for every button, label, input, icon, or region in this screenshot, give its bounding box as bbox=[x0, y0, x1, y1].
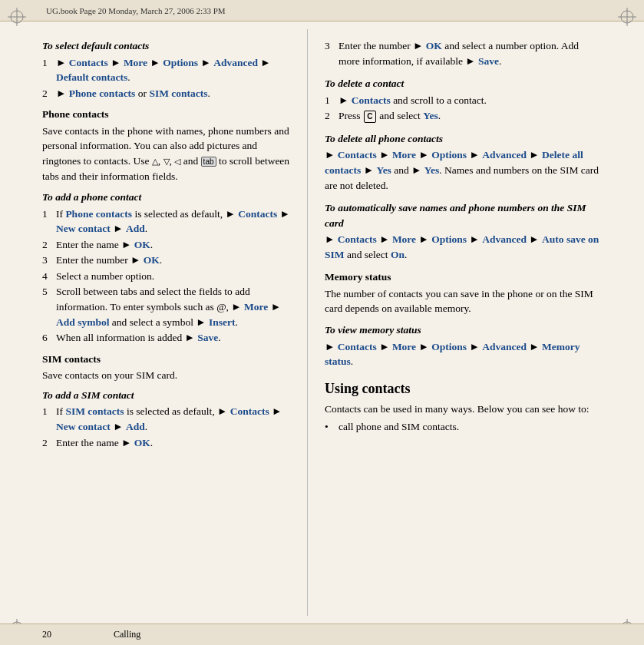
memory-status-heading: Memory status bbox=[325, 270, 600, 285]
c-key-icon: C bbox=[364, 111, 376, 123]
select-step-1: 1 ► Contacts ► More ► Options ► Advanced… bbox=[42, 55, 293, 85]
add-phone-step-2: 2 Enter the name ► OK. bbox=[42, 237, 293, 253]
auto-save-body: ► Contacts ► More ► Options ► Advanced ►… bbox=[325, 232, 600, 262]
delete-contact-heading: To delete a contact bbox=[325, 76, 600, 91]
select-step-2: 2 ► Phone contacts or SIM contacts. bbox=[42, 86, 293, 101]
auto-save-heading: To automatically save names and phone nu… bbox=[325, 200, 600, 230]
add-sim-step-2: 2 Enter the name ► OK. bbox=[42, 435, 293, 451]
delete-all-body: ► Contacts ► More ► Options ► Advanced ►… bbox=[325, 147, 600, 193]
delete-all-heading: To delete all phone contacts bbox=[325, 131, 600, 147]
sim-contacts-body: Save contacts on your SIM card. bbox=[42, 368, 293, 383]
phone-contacts-heading: Phone contacts bbox=[42, 107, 293, 122]
footer-bar: 20 Calling bbox=[0, 624, 644, 645]
view-memory-heading: To view memory status bbox=[325, 322, 600, 338]
page-number: 20 Calling bbox=[42, 629, 140, 640]
add-phone-step-5: 5 Scroll between tabs and select the fie… bbox=[42, 284, 293, 329]
right-column: 3 Enter the number ► OK and select a num… bbox=[307, 29, 614, 616]
sim-contacts-heading: SIM contacts bbox=[42, 352, 293, 367]
delete-step-2: 2 Press C and select Yes. bbox=[325, 108, 600, 124]
add-phone-step-6: 6 When all information is added ► Save. bbox=[42, 330, 293, 346]
view-memory-body: ► Contacts ► More ► Options ► Advanced ►… bbox=[325, 339, 600, 369]
phone-contacts-body: Save contacts in the phone with names, p… bbox=[42, 124, 293, 184]
using-contacts-body: Contacts can be used in many ways. Below… bbox=[325, 402, 600, 417]
header-bar: UG.book Page 20 Monday, March 27, 2006 2… bbox=[0, 0, 644, 22]
add-sim-contact-heading: To add a SIM contact bbox=[42, 388, 293, 403]
add-phone-contact-heading: To add a phone contact bbox=[42, 190, 293, 205]
delete-step-1: 1 ► Contacts and scroll to a contact. bbox=[325, 93, 600, 108]
content-area: To select default contacts 1 ► Contacts … bbox=[0, 22, 644, 624]
add-sim-step-1: 1 If SIM contacts is selected as default… bbox=[42, 404, 293, 434]
memory-status-body: The number of contacts you can save in t… bbox=[325, 286, 600, 316]
using-contacts-heading: Using contacts bbox=[325, 379, 600, 399]
add-phone-step-3: 3 Enter the number ► OK. bbox=[42, 253, 293, 268]
right-step-3: 3 Enter the number ► OK and select a num… bbox=[325, 38, 600, 68]
header-text: UG.book Page 20 Monday, March 27, 2006 2… bbox=[46, 6, 226, 15]
add-phone-step-4: 4 Select a number option. bbox=[42, 269, 293, 284]
page: UG.book Page 20 Monday, March 27, 2006 2… bbox=[0, 0, 644, 645]
add-phone-step-1: 1 If Phone contacts is selected as defau… bbox=[42, 207, 293, 237]
bullet-call-contacts: • call phone and SIM contacts. bbox=[325, 419, 600, 435]
select-default-heading: To select default contacts bbox=[42, 38, 293, 54]
left-column: To select default contacts 1 ► Contacts … bbox=[0, 29, 307, 616]
